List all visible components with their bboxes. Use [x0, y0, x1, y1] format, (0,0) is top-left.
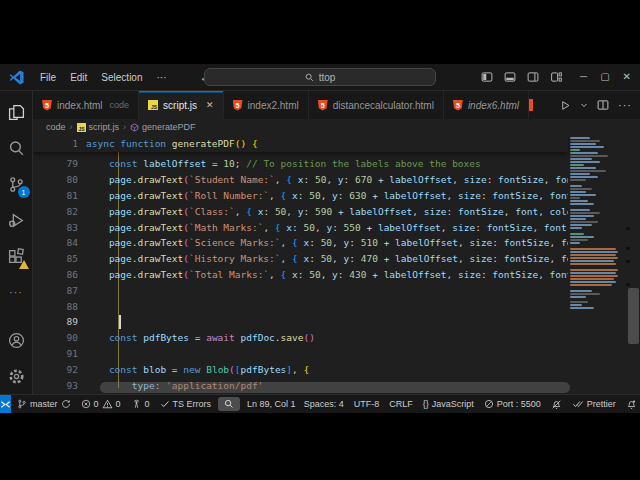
sidebar-item-source-control[interactable]: 1: [0, 166, 33, 202]
tab-label: index.html: [57, 100, 103, 111]
menu-selection[interactable]: Selection: [94, 69, 149, 86]
tab-label: script.js: [163, 100, 197, 111]
sidebar-item-run-debug[interactable]: [0, 202, 33, 238]
line-number: 81: [33, 190, 86, 201]
toggle-secondary-sidebar-icon[interactable]: [527, 71, 539, 83]
git-branch-icon: [17, 399, 27, 409]
editor-more-actions-icon[interactable]: ···: [618, 99, 632, 111]
ts-errors-status[interactable]: TS Errors: [156, 395, 216, 413]
minimap-line: [570, 152, 598, 154]
code-lines[interactable]: 79 const labelOffset = 10; // To positio…: [33, 156, 568, 394]
tab-index2-html[interactable]: 5 index2.html: [224, 91, 309, 119]
sidebar-item-explorer[interactable]: [0, 94, 33, 130]
customize-layout-icon[interactable]: [550, 71, 563, 83]
live-server-port-status[interactable]: Port : 5500: [480, 395, 545, 413]
account-icon: [8, 332, 25, 349]
tab-index-html[interactable]: 5 index.html code: [33, 91, 139, 119]
line-content: page.drawText(`Math Marks:`, { x: 50, y:…: [86, 222, 568, 233]
tab-index6-html[interactable]: 5 index6.html: [444, 91, 529, 119]
code-line[interactable]: 91: [33, 346, 568, 362]
minimap-line: [570, 296, 586, 298]
run-dropdown-chevron-icon[interactable]: [580, 101, 588, 109]
cursor-position-status[interactable]: Ln 89, Col 1: [243, 395, 300, 413]
minimap-line: [570, 304, 582, 306]
code-line[interactable]: 87: [33, 282, 568, 298]
code-editor[interactable]: 1 async function generatePDF() { 79 cons…: [33, 135, 640, 394]
close-tab-icon[interactable]: ✕: [206, 100, 214, 110]
horizontal-scrollbar[interactable]: [100, 382, 570, 393]
encoding-status[interactable]: UTF-8: [350, 395, 384, 413]
close-icon[interactable]: ✕: [623, 72, 631, 82]
code-line[interactable]: 84 page.drawText(`Science Marks:`, { x: …: [33, 235, 568, 251]
minimap-line: [570, 215, 594, 217]
activity-bar: 1 ···: [0, 91, 33, 394]
sidebar-item-search[interactable]: [0, 130, 33, 166]
line-content: page.drawText(`Class:`, { x: 50, y: 590 …: [86, 206, 568, 217]
tab-script-js[interactable]: JS script.js ✕: [139, 91, 223, 119]
menu-overflow[interactable]: ···: [150, 69, 174, 86]
code-line[interactable]: 85 page.drawText(`History Marks:`, { x: …: [33, 251, 568, 267]
breadcrumb-folder[interactable]: code: [46, 122, 66, 132]
code-line[interactable]: 90 const pdfBytes = await pdfDoc.save(): [33, 330, 568, 346]
split-editor-icon[interactable]: [597, 99, 609, 111]
line-number: 79: [33, 158, 86, 169]
toggle-sidebar-icon[interactable]: [481, 71, 493, 83]
scrollbar-thumb[interactable]: [628, 288, 639, 344]
ports-status[interactable]: 0: [127, 395, 154, 413]
remote-indicator[interactable]: [0, 395, 11, 413]
minimap-line: [570, 263, 616, 265]
html-file-icon: 5: [318, 100, 328, 111]
sidebar-item-extensions[interactable]: [0, 238, 33, 274]
account-button[interactable]: [0, 322, 33, 358]
search-icon: [8, 140, 25, 157]
branch-status[interactable]: master: [13, 395, 75, 413]
problems-status[interactable]: 0 0: [77, 395, 125, 413]
run-button[interactable]: [560, 100, 571, 111]
menu-edit[interactable]: Edit: [63, 69, 94, 86]
ports-count: 0: [145, 399, 150, 409]
code-line[interactable]: 83 page.drawText(`Math Marks:`, { x: 50,…: [33, 219, 568, 235]
warning-icon: [102, 399, 113, 409]
code-line[interactable]: 79 const labelOffset = 10; // To positio…: [33, 156, 568, 172]
vertical-scrollbar[interactable]: [626, 135, 640, 394]
indentation-status[interactable]: Spaces: 4: [300, 395, 348, 413]
sidebar-item-more[interactable]: ···: [0, 274, 33, 310]
search-icon: [305, 73, 314, 82]
code-line[interactable]: 80 page.drawText(`Student Name:`, { x: 5…: [33, 172, 568, 188]
minimize-icon[interactable]: ─: [580, 72, 587, 82]
code-line[interactable]: 81 page.drawText(`Roll Number:`, { x: 50…: [33, 188, 568, 204]
menu-file[interactable]: File: [33, 69, 63, 86]
sticky-line-code: async function generatePDF() {: [86, 138, 568, 149]
minimap[interactable]: [568, 135, 622, 394]
minimap-line: [570, 278, 614, 280]
code-line[interactable]: 92 const blob = new Blob([pdfBytes], {: [33, 361, 568, 377]
code-line[interactable]: 88: [33, 298, 568, 314]
line-number: 87: [33, 285, 86, 296]
minimap-line: [570, 209, 590, 211]
code-line[interactable]: 82 page.drawText(`Class:`, { x: 50, y: 5…: [33, 203, 568, 219]
breadcrumb-file[interactable]: JS script.js: [77, 122, 120, 132]
code-line[interactable]: 89: [33, 314, 568, 330]
minimap-line: [570, 143, 596, 145]
settings-button[interactable]: [0, 358, 33, 394]
sticky-scroll-line[interactable]: 1 async function generatePDF() {: [33, 135, 568, 152]
toggle-panel-icon[interactable]: [504, 71, 516, 83]
notifications-button[interactable]: [622, 395, 640, 413]
line-number: 86: [33, 269, 86, 280]
search-value: ttop: [319, 72, 336, 83]
language-status[interactable]: {} JavaScript: [419, 395, 478, 413]
eol-status[interactable]: CRLF: [385, 395, 417, 413]
formatter-status[interactable]: Prettier: [568, 395, 620, 413]
command-center-search[interactable]: ttop: [204, 68, 436, 86]
breadcrumb-symbol[interactable]: generatePDF: [130, 122, 196, 132]
minimap-line: [570, 179, 586, 181]
maximize-icon[interactable]: ▢: [600, 72, 609, 82]
code-line[interactable]: 86 page.drawText(`Total Marks:`, { x: 50…: [33, 267, 568, 283]
circle-slash-icon: [484, 399, 494, 409]
html-file-icon: 5: [42, 100, 52, 111]
notifications-muted-status[interactable]: [547, 395, 566, 413]
search-status-item[interactable]: [218, 397, 240, 411]
minimap-line: [570, 257, 618, 259]
minimap-line: [570, 227, 582, 229]
tab-distancecalculator-html[interactable]: 5 distancecalculator.html: [309, 91, 444, 119]
